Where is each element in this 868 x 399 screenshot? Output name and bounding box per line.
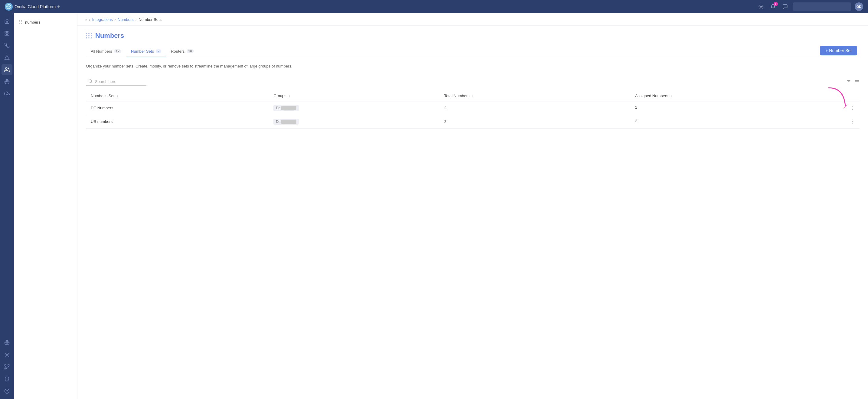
row-us-menu-btn[interactable]: ⋮ <box>850 119 855 124</box>
cell-us-assigned: 2 ⋮ <box>630 115 860 129</box>
svg-line-21 <box>91 82 92 83</box>
data-table: Number's Set ↓ Groups ↓ Total Numbers ↓ <box>86 90 860 129</box>
content-area: ⌂ › Integrations › Numbers › Number Sets… <box>78 13 868 399</box>
search-input[interactable] <box>95 79 144 84</box>
add-number-set-button[interactable]: + Number Set <box>820 46 857 55</box>
cell-us-total: 2 <box>439 115 630 129</box>
tab-routers[interactable]: Routers 16 <box>166 46 199 57</box>
col-assigned-numbers-sort-icon[interactable]: ↓ <box>671 94 672 98</box>
topbar: Omilia Cloud Platform ® 2 Umbrella1 OD <box>0 0 868 13</box>
row-us-total: 2 <box>444 119 446 124</box>
sidebar-settings-btn[interactable] <box>1 349 12 360</box>
icon-sidebar <box>0 13 14 399</box>
col-total-numbers-label: Total Numbers <box>444 93 470 98</box>
breadcrumb-current: Number Sets <box>138 17 161 22</box>
col-groups-sort-icon[interactable]: ↓ <box>288 94 290 98</box>
notification-btn[interactable]: 2 <box>769 2 777 11</box>
row-us-group: Do████ <box>273 119 299 125</box>
tab-all-numbers[interactable]: All Numbers 12 <box>86 46 126 57</box>
col-assigned-numbers-label: Assigned Numbers <box>635 93 669 98</box>
tab-number-sets-badge: 2 <box>156 49 161 53</box>
sidebar-target-btn[interactable] <box>1 76 12 87</box>
col-total-numbers[interactable]: Total Numbers ↓ <box>439 90 630 102</box>
sidebar-shield-btn[interactable] <box>1 374 12 384</box>
nav-numbers-label: numbers <box>25 20 40 25</box>
sidebar-triangle-btn[interactable] <box>1 52 12 63</box>
svg-rect-3 <box>7 31 9 33</box>
table-header: Number's Set ↓ Groups ↓ Total Numbers ↓ <box>86 90 860 102</box>
app-title-sup: ® <box>58 5 60 8</box>
cell-de-total: 2 <box>439 101 630 115</box>
page-title-row: Numbers <box>86 32 860 40</box>
breadcrumb-home-icon[interactable]: ⌂ <box>85 17 87 22</box>
cell-de-group: Do████ <box>269 101 439 115</box>
tab-routers-label: Routers <box>171 49 185 54</box>
svg-rect-16 <box>8 365 9 366</box>
search-icon <box>88 79 93 84</box>
page-title: Numbers <box>95 32 124 40</box>
user-avatar[interactable]: OD <box>855 2 863 11</box>
table-header-row: Number's Set ↓ Groups ↓ Total Numbers ↓ <box>86 90 860 102</box>
sidebar-network-btn[interactable] <box>1 362 12 372</box>
breadcrumb-numbers[interactable]: Numbers <box>118 17 134 22</box>
svg-rect-2 <box>5 31 6 33</box>
col-total-numbers-sort-icon[interactable]: ↓ <box>472 94 474 98</box>
cell-de-name: DE Numbers <box>86 101 269 115</box>
col-number-set-label: Number's Set <box>91 93 114 98</box>
nav-sidebar: ⠿ numbers <box>14 13 78 399</box>
col-groups-label: Groups <box>273 93 286 98</box>
col-groups[interactable]: Groups ↓ <box>269 90 439 102</box>
sidebar-grid-btn[interactable] <box>1 28 12 39</box>
breadcrumb-integrations[interactable]: Integrations <box>92 17 113 22</box>
sidebar-phone-btn[interactable] <box>1 40 12 51</box>
row-us-assigned: 2 <box>635 119 637 123</box>
toolbar-row <box>86 78 860 86</box>
tab-all-numbers-badge: 12 <box>114 49 121 53</box>
svg-point-10 <box>7 81 7 82</box>
row-de-menu-btn[interactable]: ⋮ <box>850 105 855 111</box>
svg-point-7 <box>5 67 7 69</box>
sidebar-help-btn[interactable] <box>1 386 12 397</box>
tab-all-numbers-label: All Numbers <box>91 49 112 54</box>
settings-icon-btn[interactable] <box>757 2 765 11</box>
col-assigned-numbers[interactable]: Assigned Numbers ↓ <box>630 90 860 102</box>
cell-de-assigned: 1 ⋮ <box>630 101 860 115</box>
svg-point-9 <box>6 81 8 83</box>
workspace-selector[interactable]: Umbrella1 <box>793 2 851 11</box>
breadcrumb-sep-2: › <box>115 17 116 22</box>
sidebar-globe-btn[interactable] <box>1 337 12 348</box>
svg-point-0 <box>7 4 11 9</box>
row-us-name: US numbers <box>91 119 113 124</box>
svg-rect-4 <box>5 34 6 35</box>
search-box <box>86 78 146 86</box>
content-body: Organize your number sets. Create, modif… <box>78 57 868 135</box>
nav-numbers-item[interactable]: ⠿ numbers <box>14 17 77 28</box>
toolbar-icons <box>846 79 860 84</box>
breadcrumb: ⌂ › Integrations › Numbers › Number Sets <box>78 13 868 26</box>
table-body: DE Numbers Do████ 2 1 ⋮ <box>86 101 860 129</box>
row-de-name: DE Numbers <box>91 106 113 110</box>
row-de-assigned: 1 <box>635 105 637 110</box>
table-row: DE Numbers Do████ 2 1 ⋮ <box>86 101 860 115</box>
sidebar-home-btn[interactable] <box>1 16 12 27</box>
col-number-set[interactable]: Number's Set ↓ <box>86 90 269 102</box>
tab-number-sets[interactable]: Number Sets 2 <box>126 46 166 57</box>
table-row: US numbers Do████ 2 2 ⋮ <box>86 115 860 129</box>
description-text: Organize your number sets. Create, modif… <box>86 63 860 69</box>
svg-rect-5 <box>7 34 9 35</box>
main-layout: ⠿ numbers ⌂ › Integrations › Numbers › N… <box>0 13 868 399</box>
filter-icon-btn[interactable] <box>846 79 851 84</box>
tabs-row: All Numbers 12 Number Sets 2 Routers 16 … <box>86 46 860 57</box>
list-view-icon-btn[interactable] <box>855 79 860 84</box>
svg-marker-6 <box>5 55 9 60</box>
topbar-right: 2 Umbrella1 OD <box>757 2 863 11</box>
page-header: Numbers All Numbers 12 Number Sets 2 Rou… <box>78 26 868 57</box>
svg-point-20 <box>89 79 92 82</box>
col-number-set-sort-icon[interactable]: ↓ <box>117 94 119 98</box>
cell-us-group: Do████ <box>269 115 439 129</box>
messages-btn[interactable] <box>781 2 789 11</box>
breadcrumb-sep-3: › <box>135 17 137 22</box>
sidebar-upload-btn[interactable] <box>1 88 12 99</box>
breadcrumb-sep-1: › <box>89 17 90 22</box>
sidebar-users-btn[interactable] <box>1 64 12 75</box>
